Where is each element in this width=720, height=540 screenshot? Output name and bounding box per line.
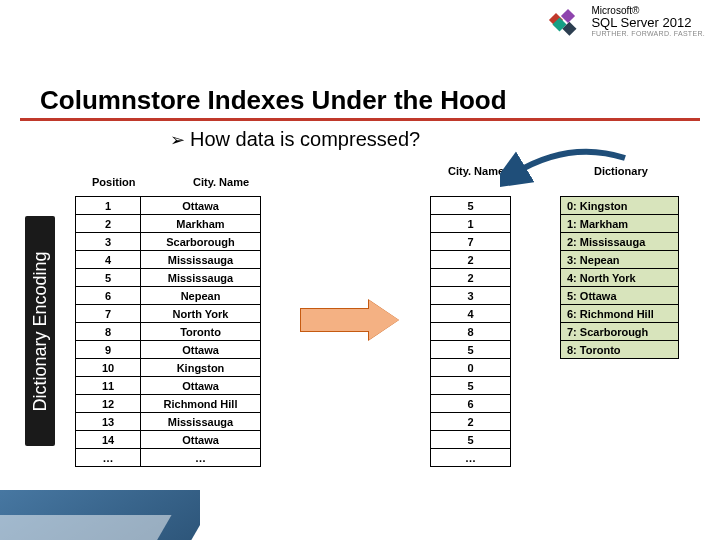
vertical-label: Dictionary Encoding xyxy=(25,216,55,446)
table-row: 4Mississauga xyxy=(76,251,261,269)
table-row: 4: North York xyxy=(561,269,679,287)
table-row: 1: Markham xyxy=(561,215,679,233)
table-row: 3: Nepean xyxy=(561,251,679,269)
table-row: 14Ottawa xyxy=(76,431,261,449)
table-row: 7: Scarborough xyxy=(561,323,679,341)
brand-logo: Microsoft® SQL Server 2012 FURTHER. FORW… xyxy=(551,5,705,38)
brand-name: SQL Server 2012 xyxy=(591,16,705,30)
source-table: 1Ottawa2Markham3Scarborough4Mississauga5… xyxy=(75,196,261,467)
table-row: 7 xyxy=(431,233,511,251)
table-row: 7North York xyxy=(76,305,261,323)
table-row: 5Mississauga xyxy=(76,269,261,287)
table-row: …… xyxy=(76,449,261,467)
header-cityname-1: City. Name xyxy=(193,176,249,188)
table-row: 8Toronto xyxy=(76,323,261,341)
table-row: 0 xyxy=(431,359,511,377)
vertical-label-text: Dictionary Encoding xyxy=(30,251,51,411)
table-row: 6Nepean xyxy=(76,287,261,305)
table-row: 2Markham xyxy=(76,215,261,233)
table-row: 2 xyxy=(431,251,511,269)
footer-accent xyxy=(0,490,200,540)
title-underline xyxy=(20,118,700,121)
table-row: 2: Mississauga xyxy=(561,233,679,251)
table-row: 6 xyxy=(431,395,511,413)
table-row: 3Scarborough xyxy=(76,233,261,251)
table-row: 5 xyxy=(431,431,511,449)
table-row: 2 xyxy=(431,269,511,287)
table-row: 6: Richmond Hill xyxy=(561,305,679,323)
table-row: 2 xyxy=(431,413,511,431)
table-row: 5 xyxy=(431,377,511,395)
table-row: … xyxy=(431,449,511,467)
table-row: 8 xyxy=(431,323,511,341)
page-title: Columnstore Indexes Under the Hood xyxy=(40,85,507,116)
table-row: 11Ottawa xyxy=(76,377,261,395)
table-row: 8: Toronto xyxy=(561,341,679,359)
brand-tagline: FURTHER. FORWARD. FASTER. xyxy=(591,30,705,38)
header-cityname-2: City. Name xyxy=(448,165,504,177)
table-row: 3 xyxy=(431,287,511,305)
table-row: 0: Kingston xyxy=(561,197,679,215)
table-row: 12Richmond Hill xyxy=(76,395,261,413)
table-row: 5: Ottawa xyxy=(561,287,679,305)
table-row: 1 xyxy=(431,215,511,233)
table-row: 5 xyxy=(431,197,511,215)
dictionary-table: 0: Kingston1: Markham2: Mississauga3: Ne… xyxy=(560,196,679,359)
table-row: 5 xyxy=(431,341,511,359)
transform-arrow-icon xyxy=(300,300,400,340)
table-row: 1Ottawa xyxy=(76,197,261,215)
table-row: 13Mississauga xyxy=(76,413,261,431)
sqlserver-cubes-icon xyxy=(551,7,586,35)
table-row: 10Kingston xyxy=(76,359,261,377)
brand-text: Microsoft® SQL Server 2012 FURTHER. FORW… xyxy=(591,5,705,38)
header-position: Position xyxy=(92,176,135,188)
subtitle: How data is compressed? xyxy=(170,128,420,151)
table-row: 9Ottawa xyxy=(76,341,261,359)
table-row: 4 xyxy=(431,305,511,323)
encoded-column-table: 51722348505625… xyxy=(430,196,511,467)
curved-arrow-icon xyxy=(500,148,640,188)
